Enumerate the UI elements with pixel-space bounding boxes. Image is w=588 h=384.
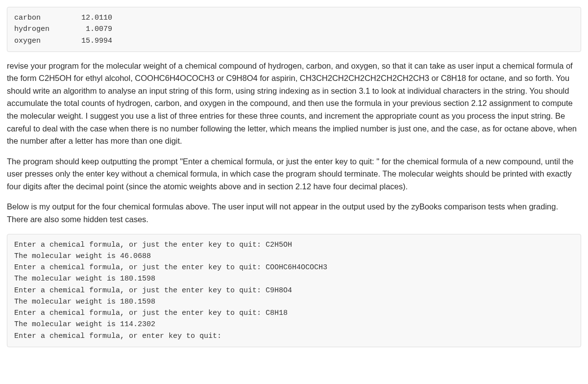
element-weight: 15.9994 [78,35,112,47]
output-line: The molecular weight is 180.1598 [14,275,155,283]
output-line: The molecular weight is 180.1598 [14,298,155,306]
atomic-row: carbon12.0110 [14,12,574,24]
output-line: Enter a chemical formula, or just the en… [14,241,292,249]
output-line: Enter a chemical formula, or just the en… [14,309,288,317]
instruction-paragraph-2: The program should keep outputting the p… [7,155,581,193]
element-name: hydrogen [14,24,78,35]
instruction-paragraph-1: revise your program for the molecular we… [7,60,581,148]
element-name: oxygen [14,35,78,47]
element-name: carbon [14,12,78,24]
element-weight: 12.0110 [78,12,112,24]
atomic-row: oxygen15.9994 [14,35,574,47]
output-line: Enter a chemical formula, or enter key t… [14,332,221,340]
output-line: The molecular weight is 114.2302 [14,320,155,329]
atomic-row: hydrogen 1.0079 [14,24,574,35]
sample-output-block: Enter a chemical formula, or just the en… [7,234,581,347]
output-line: Enter a chemical formula, or just the en… [14,286,292,295]
element-weight: 1.0079 [78,24,112,35]
atomic-weights-table: carbon12.0110hydrogen 1.0079oxygen15.999… [7,7,581,52]
output-line: Enter a chemical formula, or just the en… [14,263,327,272]
output-line: The molecular weight is 46.0688 [14,252,151,260]
instruction-paragraph-3: Below is my output for the four chemical… [7,201,581,226]
